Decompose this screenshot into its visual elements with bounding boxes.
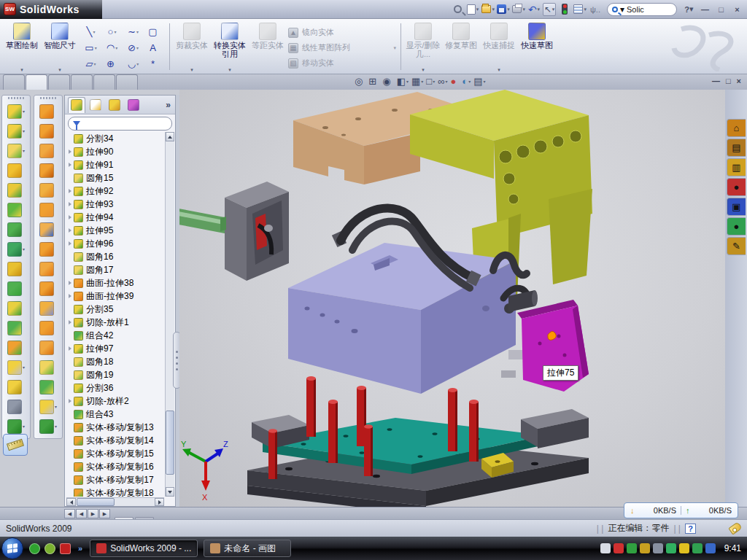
sketch-entity-button-spline[interactable]: ∼▾ (123, 23, 144, 39)
feature-tree-item[interactable]: 拉伸93 (66, 198, 164, 211)
headsup-button-section-view[interactable]: ◧▾ (397, 76, 409, 87)
select-tool-button[interactable]: ↖▾ (543, 3, 556, 16)
command-tab-features[interactable] (3, 74, 25, 90)
tray-icon-keyboard-layout[interactable] (600, 543, 611, 553)
toolbar-button-draft[interactable]: ▾ (2, 219, 30, 239)
print-button[interactable]: ▾ (512, 3, 525, 16)
feature-tree-item[interactable]: 切除-放样2 (66, 394, 164, 408)
feature-tree-item[interactable]: 分割36 (66, 381, 164, 394)
expand-arrow-icon[interactable] (66, 399, 74, 403)
expand-arrow-icon[interactable] (66, 241, 74, 246)
scroll-left-arrow[interactable] (66, 498, 76, 506)
search-input[interactable]: Solic (627, 5, 644, 14)
feature-tree-item[interactable]: 拉伸97 (66, 342, 164, 355)
toolbar-button-extruded-cut[interactable]: ▾ (2, 121, 30, 141)
toolbar-button-dome[interactable]: ▾ (34, 377, 62, 397)
feature-tree-item[interactable]: 切除-放样1 (66, 316, 164, 329)
new-document-button[interactable]: ▾ (466, 3, 479, 16)
command-button-sketch[interactable]: 草图绘制 ▾ (3, 22, 41, 73)
expand-arrow-icon[interactable] (66, 346, 74, 351)
tray-icon-warning[interactable] (679, 543, 689, 553)
measure-tool-button[interactable] (3, 434, 28, 456)
feature-tree-item[interactable]: 组合42 (66, 329, 164, 342)
toolbar-button-helix[interactable]: ▾ (2, 416, 30, 436)
expand-arrow-icon[interactable] (66, 228, 74, 233)
entity-tool-move-entities[interactable]: ▧ 移动实体 ▾ (288, 55, 396, 71)
tray-icon-health-monitor[interactable] (692, 543, 703, 553)
command-button-rapid-sketch[interactable]: 快速草图 ▾ (518, 22, 556, 73)
scroll-up-arrow[interactable] (166, 132, 174, 141)
feature-tree-item[interactable]: 分割35 (66, 303, 164, 316)
nav-button-prev[interactable]: ◀ (76, 509, 87, 518)
menu-item[interactable] (112, 7, 127, 12)
expand-arrow-icon[interactable] (66, 281, 74, 285)
quick-launch-icon-media[interactable] (44, 543, 55, 554)
command-tab-surfaces[interactable] (48, 74, 70, 90)
feature-tree-item[interactable]: 组合43 (66, 408, 164, 421)
toolbar-button-rib[interactable]: ▾ (2, 259, 30, 279)
feature-tree-item[interactable]: 实体-移动/复制16 (66, 460, 164, 473)
toolbar-button-fillet-surface[interactable]: ▾ (34, 357, 62, 377)
toolbar-button-reference-geometry[interactable]: ▾ (2, 397, 30, 416)
toolbar-button-split[interactable]: ▾ (2, 298, 30, 318)
tray-icon-volume[interactable] (653, 543, 663, 553)
toolbar-button-swept-boss[interactable]: ▾ (2, 200, 30, 219)
menu-item[interactable] (193, 7, 207, 12)
command-button-display-delete-relations[interactable]: 显示/删除几... ▾ (404, 22, 442, 73)
expand-arrow-icon[interactable] (66, 163, 74, 167)
network-speed-widget[interactable]: ↓ 0KB/S ↑ 0KB/S (624, 502, 738, 518)
doc-minimize-button[interactable]: — (712, 77, 720, 85)
feature-tree-item[interactable]: 圆角18 (66, 355, 164, 368)
feature-tree-item[interactable]: 实体-移动/复制14 (66, 434, 164, 447)
expand-arrow-icon[interactable] (66, 149, 74, 154)
toolbar-button-revolved-surface[interactable]: ▾ (34, 121, 62, 141)
expand-arrow-icon[interactable] (66, 294, 74, 298)
feature-tree-item[interactable]: 分割34 (66, 132, 164, 145)
restore-button[interactable]: □ (714, 4, 728, 15)
headsup-button-display-style[interactable]: □▾ (426, 76, 435, 87)
toolbar-button-extruded-surface[interactable]: ▾ (34, 141, 62, 160)
tag-icon[interactable] (728, 521, 742, 534)
nav-button-next[interactable]: ▶ (88, 509, 98, 518)
feature-tree-item[interactable]: 实体-移动/复制18 (66, 486, 164, 497)
toolbar-button-planar-surface[interactable]: ▾ (34, 200, 62, 219)
toolbar-button-combine[interactable]: ▾ (2, 318, 30, 338)
command-button-repair-sketch[interactable]: 修复草图 ▾ (442, 22, 480, 73)
tray-icon-security-alert[interactable] (614, 543, 624, 553)
feature-tree-item[interactable]: 实体-移动/复制13 (66, 421, 164, 434)
expand-arrow-icon[interactable] (66, 320, 74, 324)
expand-arrow-icon[interactable] (66, 202, 74, 206)
headsup-button-hide-show-items[interactable]: ∞▾ (438, 76, 447, 87)
pin-icon[interactable] (451, 3, 464, 16)
feature-tree-item[interactable]: 拉伸90 (66, 145, 164, 158)
headsup-button-edit-appearance[interactable]: ●▾ (450, 76, 459, 87)
toolbar-button-untrim-surface[interactable]: ▾ (34, 318, 62, 338)
expand-arrow-icon[interactable] (66, 215, 74, 219)
panel-tab-propertymanager[interactable] (87, 97, 104, 113)
quick-launch-chevron[interactable]: » (78, 544, 82, 553)
command-tab-evaluate[interactable] (93, 74, 115, 90)
feature-tree-item[interactable]: 曲面-拉伸38 (66, 276, 164, 289)
command-button-offset-entities[interactable]: 等距实体 ▾ (249, 22, 287, 73)
nav-button-first[interactable]: ◀ (64, 509, 75, 518)
task-pane-tab-design-library[interactable]: ▤ (727, 139, 746, 157)
quick-launch-icon-messenger[interactable] (29, 543, 40, 554)
toolbar-button-swept-surface[interactable]: ▾ (34, 101, 62, 121)
menu-item[interactable] (160, 7, 175, 12)
close-button[interactable]: × (730, 4, 744, 15)
undo-button[interactable]: ↶▾ (527, 3, 541, 16)
tray-icon-blocked-updates[interactable] (705, 543, 716, 553)
feature-tree-item[interactable]: 拉伸91 (66, 158, 164, 171)
task-pane-tab-search-results[interactable]: ● (727, 178, 746, 196)
command-button-smart-dimension[interactable]: 智能尺寸 ▾ (41, 22, 79, 73)
panel-tab-dimxpertmanager[interactable] (125, 97, 142, 113)
feature-tree-item[interactable]: 拉伸94 (66, 211, 164, 224)
task-pane-tab-solidworks-resources[interactable]: ⌂ (727, 119, 746, 137)
taskbar-clock[interactable]: 9:41 (724, 543, 741, 553)
sketch-entity-button-box-select[interactable]: ▢▾ (144, 23, 165, 39)
headsup-button-zoom-area[interactable]: ⊞▾ (368, 76, 379, 87)
toolbar-button-boundary-surface[interactable]: ▾ (34, 160, 62, 180)
toolbar-button-delete-body[interactable]: ▾ (2, 357, 30, 377)
feature-tree-item[interactable]: 拉伸95 (66, 224, 164, 237)
doc-restore-button[interactable]: □ (726, 77, 731, 85)
